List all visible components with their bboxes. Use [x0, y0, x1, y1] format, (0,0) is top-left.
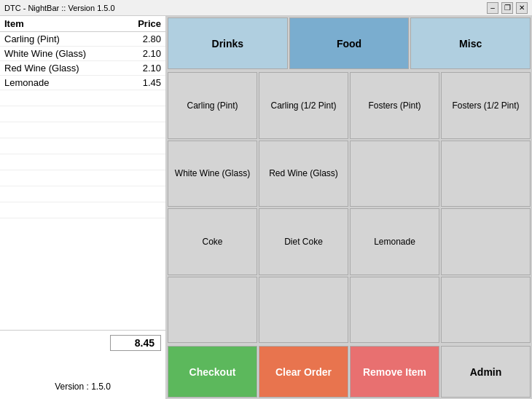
admin-button[interactable]: Admin	[441, 346, 531, 398]
item-btn-diet-coke[interactable]: Diet Coke	[259, 208, 348, 275]
left-footer: 8.45 Version : 1.5.0	[0, 330, 165, 399]
tab-food[interactable]: Food	[289, 17, 410, 69]
item-btn-red-wine-(glass)[interactable]: Red Wine (Glass)	[259, 141, 348, 208]
table-row-empty	[0, 106, 165, 122]
title-bar-text: DTC - NightBar :: Version 1.5.0	[4, 4, 115, 12]
checkout-button[interactable]: Checkout	[168, 346, 257, 398]
item-btn-fosters-(pint)[interactable]: Fosters (Pint)	[350, 72, 439, 139]
order-table: Item Price Carling (Pint)2.80White Wine …	[0, 16, 165, 330]
col-header-price: Price	[122, 16, 165, 32]
item-price: 2.80	[122, 32, 165, 47]
item-btn-lemonade[interactable]: Lemonade	[350, 208, 439, 275]
close-button[interactable]: ✕	[516, 2, 528, 14]
tab-misc[interactable]: Misc	[410, 17, 531, 69]
item-name: Carling (Pint)	[0, 32, 122, 47]
item-name: Red Wine (Glass)	[0, 61, 122, 76]
item-name: Lemonade	[0, 76, 122, 90]
col-header-item: Item	[0, 16, 122, 32]
item-btn-empty	[259, 277, 348, 344]
item-btn-empty	[441, 208, 531, 275]
total-display: 8.45	[110, 335, 161, 351]
table-row: White Wine (Glass)2.10	[0, 47, 165, 61]
minimize-button[interactable]: –	[487, 2, 498, 14]
table-row-empty	[0, 202, 165, 218]
item-btn-empty	[168, 277, 257, 344]
version-label: Version : 1.5.0	[4, 382, 161, 395]
item-btn-white-wine-(glass)[interactable]: White Wine (Glass)	[168, 141, 257, 208]
item-btn-coke[interactable]: Coke	[168, 208, 257, 275]
left-panel: Item Price Carling (Pint)2.80White Wine …	[0, 16, 166, 399]
category-tabs: DrinksFoodMisc	[166, 16, 532, 71]
action-bar: CheckoutClear OrderRemove ItemAdmin	[166, 344, 532, 399]
item-btn-carling-(1/2-pint)[interactable]: Carling (1/2 Pint)	[259, 72, 348, 139]
table-row-empty	[0, 138, 165, 154]
remove-item-button[interactable]: Remove Item	[350, 346, 439, 398]
right-panel: DrinksFoodMisc Carling (Pint)Carling (1/…	[166, 16, 532, 399]
item-btn-carling-(pint)[interactable]: Carling (Pint)	[168, 72, 257, 139]
table-row-empty	[0, 154, 165, 170]
maximize-button[interactable]: ❐	[501, 2, 513, 14]
table-row-empty	[0, 186, 165, 202]
title-bar-controls[interactable]: – ❐ ✕	[487, 2, 528, 14]
tab-drinks[interactable]: Drinks	[168, 17, 288, 69]
table-row: Red Wine (Glass)2.10	[0, 61, 165, 76]
table-row: Lemonade1.45	[0, 76, 165, 90]
item-btn-empty	[441, 277, 531, 344]
item-btn-empty	[441, 141, 531, 208]
items-grid: Carling (Pint)Carling (1/2 Pint)Fosters …	[166, 71, 532, 344]
clear-order-button[interactable]: Clear Order	[259, 346, 348, 398]
table-row: Carling (Pint)2.80	[0, 32, 165, 47]
table-row-empty	[0, 122, 165, 138]
item-price: 2.10	[122, 47, 165, 61]
item-name: White Wine (Glass)	[0, 47, 122, 61]
item-price: 1.45	[122, 76, 165, 90]
table-row-empty	[0, 170, 165, 186]
table-row-empty	[0, 90, 165, 106]
item-btn-fosters-(1/2-pint)[interactable]: Fosters (1/2 Pint)	[441, 72, 531, 139]
item-price: 2.10	[122, 61, 165, 76]
item-btn-empty	[350, 277, 439, 344]
item-btn-empty	[350, 141, 439, 208]
title-bar: DTC - NightBar :: Version 1.5.0 – ❐ ✕	[0, 0, 532, 16]
main-layout: Item Price Carling (Pint)2.80White Wine …	[0, 16, 532, 399]
